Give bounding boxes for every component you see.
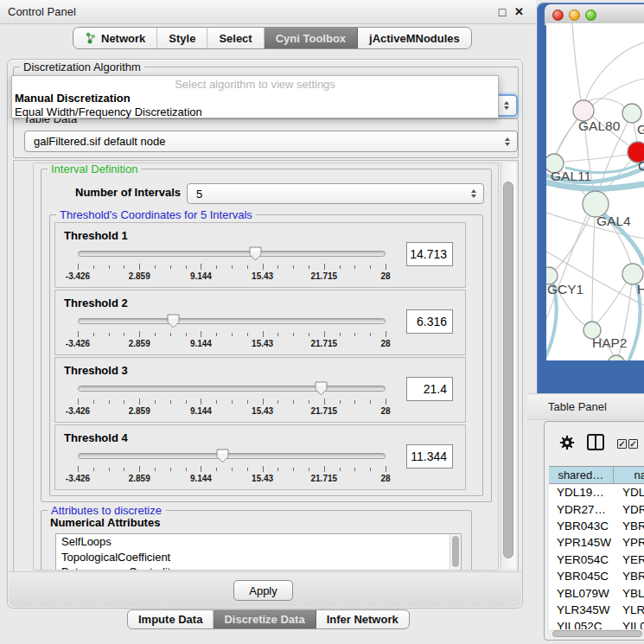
slider-tick-labels: -3.4262.8599.14415.4321.71528 (78, 271, 386, 282)
numerical-attributes-list[interactable]: SelfLoopsTopologicalCoefficientBetweenne… (55, 533, 462, 571)
network-edge[interactable] (572, 23, 581, 100)
node-table-body: YDL19…YDL1YDR27…YDR2YBR043CYBR0YPR145WYP… (549, 484, 644, 629)
network-node-label: GAL11 (551, 169, 591, 183)
table-row[interactable]: YBR045CYBR0 (549, 568, 644, 584)
network-canvas[interactable]: GAL80GACGAL11GAL4GCY1HHAP2 (546, 23, 644, 360)
network-node-bottom-node[interactable] (608, 355, 625, 360)
table-split-icon[interactable] (587, 434, 604, 450)
network-edge[interactable] (555, 215, 590, 270)
zoom-traffic-light-icon[interactable] (585, 10, 596, 21)
attribute-item-betweennesscentrality[interactable]: BetweennessCentrality (56, 564, 461, 571)
network-graph[interactable]: GAL80GACGAL11GAL4GCY1HHAP2 (546, 23, 644, 360)
column-header-1[interactable]: shared… (549, 467, 614, 483)
table-cell[interactable]: YDL19… (549, 486, 617, 499)
table-cell[interactable]: YBR045C (549, 570, 617, 583)
table-row[interactable]: YER054CYER0 (549, 552, 644, 568)
table-cell[interactable]: YDR27… (549, 503, 617, 516)
table-cell[interactable]: YBR0 (617, 520, 644, 532)
cyni-bottom-tabs: Impute DataDiscretize DataInfer Network (127, 609, 410, 629)
gear-icon[interactable] (559, 435, 575, 450)
table-cell[interactable]: YIL052C (549, 620, 617, 629)
threshold-3-slider[interactable]: -3.4262.8599.14415.4321.71528 (78, 380, 386, 420)
attributes-list-scrollbar-thumb[interactable] (452, 536, 459, 567)
table-cell[interactable]: YLR345W (549, 603, 617, 616)
attributes-list-scrollbar[interactable] (450, 534, 461, 571)
thresholds-group: Threshold's Coordinates for 5 Intervals … (49, 214, 483, 496)
threshold-3-value[interactable]: 21.4 (406, 377, 453, 401)
bottom-tab-impute-data[interactable]: Impute Data (128, 610, 214, 628)
network-edge[interactable] (546, 215, 587, 319)
table-data-combo-value: galFiltered.sif default node (34, 135, 165, 148)
network-edge[interactable] (564, 155, 628, 162)
slider-track[interactable] (78, 453, 386, 459)
table-cell[interactable]: YPR145W (549, 536, 617, 549)
network-edge[interactable] (592, 217, 595, 322)
tab-jactivemnodules[interactable]: jActiveMNodules (358, 28, 471, 48)
table-cell[interactable]: YER0 (617, 553, 644, 566)
threshold-2-slider[interactable]: -3.4262.8599.14415.4321.71528 (78, 313, 386, 353)
table-row[interactable]: YLR345WYLR3 (549, 602, 644, 618)
network-edge[interactable] (556, 118, 577, 154)
table-horizontal-scrollbar[interactable] (551, 629, 644, 638)
network-node-top-right[interactable] (622, 104, 641, 123)
settings-vertical-scrollbar[interactable] (501, 163, 516, 569)
threshold-4-value[interactable]: 11.344 (406, 444, 453, 469)
table-cell[interactable]: YDL1 (617, 486, 644, 499)
minimize-traffic-light-icon[interactable] (569, 10, 580, 21)
network-icon (85, 32, 97, 45)
dropdown-option-manual-discretization[interactable]: Manual Discretization (12, 92, 498, 105)
close-traffic-light-icon[interactable] (552, 10, 564, 21)
table-cell[interactable]: YBR043C (549, 520, 617, 532)
table-row[interactable]: YPR145WYPR1 (549, 534, 644, 551)
apply-button[interactable]: Apply (233, 580, 293, 601)
bottom-tab-discretize-data[interactable]: Discretize Data (214, 610, 316, 628)
table-data-combo[interactable]: galFiltered.sif default node (24, 131, 518, 152)
checkbox-icon[interactable]: ✓ (617, 439, 627, 449)
network-node-label: H (637, 282, 644, 296)
column-header-2[interactable]: na (614, 467, 644, 483)
tab-select[interactable]: Select (207, 28, 264, 48)
network-edge[interactable] (597, 282, 627, 322)
table-cell[interactable]: YIL0 (617, 620, 644, 629)
number-of-intervals-combo[interactable]: 5 (187, 183, 484, 204)
table-cell[interactable]: YBL079W (549, 587, 617, 600)
table-cell[interactable]: YLR3 (617, 603, 644, 616)
slider-thumb[interactable] (167, 314, 180, 332)
slider-track[interactable] (78, 251, 386, 257)
float-window-icon[interactable]: □ (499, 6, 506, 18)
threshold-1-value[interactable]: 14.713 (406, 242, 453, 266)
table-cell[interactable]: YBR0 (617, 570, 644, 583)
attribute-item-topologicalcoefficient[interactable]: TopologicalCoefficient (56, 550, 461, 565)
tab-style[interactable]: Style (157, 28, 207, 48)
table-cell[interactable]: YBL0 (617, 587, 644, 600)
slider-ticks (78, 331, 386, 338)
network-edge[interactable] (585, 42, 644, 100)
attribute-item-selfloops[interactable]: SelfLoops (56, 534, 461, 550)
settings-vertical-scrollbar-thumb[interactable] (503, 182, 513, 558)
slider-thumb[interactable] (216, 449, 229, 467)
close-icon[interactable]: ✕ (514, 6, 524, 18)
slider-thumb[interactable] (315, 381, 328, 399)
dropdown-option-equal-width-frequency-discretization[interactable]: Equal Width/Frequency Discretization (12, 105, 498, 119)
tab-cyni-toolbox[interactable]: Cyni Toolbox (265, 28, 358, 48)
table-horizontal-scrollbar-thumb[interactable] (552, 630, 642, 637)
checkbox-icon[interactable]: ✓ (628, 439, 638, 449)
table-panel: ✓ ✓ shared…na YDL19…YDL1YDR27…YDR2YBR043… (544, 421, 644, 641)
slider-track[interactable] (78, 386, 386, 392)
table-cell[interactable]: YDR2 (617, 503, 644, 516)
threshold-2-value[interactable]: 6.316 (406, 309, 453, 334)
table-cell[interactable]: YPR1 (617, 536, 644, 549)
table-row[interactable]: YIL052CYIL0 (549, 618, 644, 629)
tab-network[interactable]: Network (73, 28, 157, 48)
slider-track[interactable] (78, 318, 386, 324)
threshold-4-slider[interactable]: -3.4262.8599.14415.4321.71528 (78, 448, 386, 488)
threshold-1-slider[interactable]: -3.4262.8599.14415.4321.71528 (78, 245, 386, 285)
bottom-tab-infer-network[interactable]: Infer Network (316, 610, 409, 628)
table-row[interactable]: YDR27…YDR2 (549, 501, 644, 517)
table-row[interactable]: YBR043CYBR0 (549, 518, 644, 534)
table-row[interactable]: YDL19…YDL1 (549, 484, 644, 501)
settings-scroll-panel: Interval Definition Number of Intervals … (13, 160, 519, 573)
table-cell[interactable]: YER054C (549, 553, 617, 566)
slider-thumb[interactable] (249, 246, 262, 265)
table-row[interactable]: YBL079WYBL0 (549, 584, 644, 601)
